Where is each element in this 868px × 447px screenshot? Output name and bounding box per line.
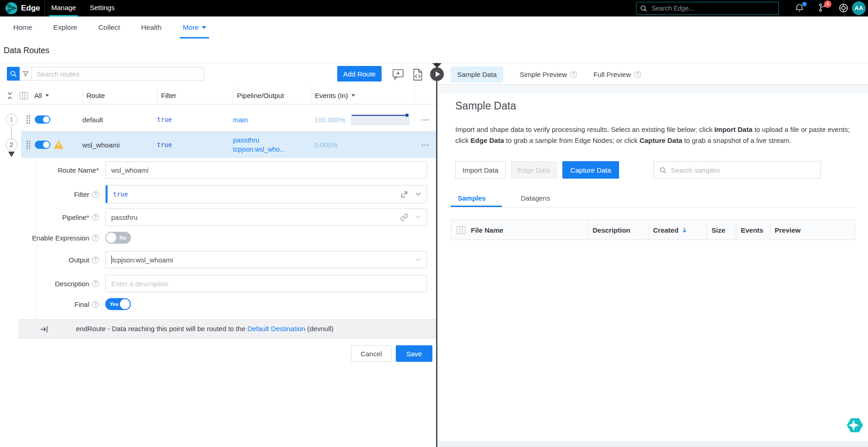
- col-header-route: Route: [82, 87, 157, 104]
- routes-search-input[interactable]: [32, 67, 204, 81]
- col-preview[interactable]: Preview: [770, 220, 855, 240]
- preview-bottom-scrollbar[interactable]: [438, 441, 868, 447]
- add-route-button[interactable]: Add Route: [337, 66, 382, 82]
- add-comment-icon[interactable]: [392, 68, 404, 80]
- link-icon[interactable]: [400, 213, 408, 221]
- subnav-explore[interactable]: Explore: [53, 16, 77, 38]
- play-icon: [436, 71, 440, 77]
- enable-expression-toggle[interactable]: No: [105, 232, 131, 244]
- subnav-more[interactable]: More: [183, 16, 206, 38]
- form-row-pipeline: Pipeline* passthru: [0, 208, 427, 226]
- help-icon[interactable]: [92, 234, 99, 241]
- tab-full-preview[interactable]: Full Preview: [593, 71, 641, 78]
- endroute-suffix: (devnull): [305, 325, 334, 333]
- help-icon[interactable]: [634, 71, 641, 78]
- brand-name: Edge: [21, 0, 40, 16]
- help-icon[interactable]: [92, 280, 99, 287]
- route-name: default: [82, 116, 157, 124]
- output-value: tcpjson:wsl_whoami: [112, 256, 173, 264]
- subnav: Home Explore Collect Health More: [13, 16, 206, 38]
- route-name-input[interactable]: [111, 166, 421, 174]
- global-search[interactable]: [636, 2, 779, 15]
- table-row-default[interactable]: default true main 100.000% ⋯: [21, 108, 437, 131]
- help-icon[interactable]: [92, 301, 99, 308]
- form-row-final: Final Yes: [0, 298, 131, 310]
- drag-handle-icon[interactable]: [27, 115, 30, 124]
- search-icon: [640, 5, 647, 12]
- samples-search[interactable]: [653, 161, 821, 179]
- route-group-filter-dropdown[interactable]: All: [34, 92, 49, 99]
- tab-datagens[interactable]: Datagens: [521, 194, 550, 202]
- route-pipeline-link[interactable]: main: [233, 116, 311, 124]
- route-output-link[interactable]: tcpjson:wsl_who...: [233, 145, 311, 154]
- panel-divider[interactable]: [436, 63, 437, 447]
- edge-data-button[interactable]: Edge Data: [511, 161, 557, 179]
- filter-funnel-icon[interactable]: [20, 67, 32, 81]
- ai-assistant-button[interactable]: [843, 414, 864, 436]
- samples-search-input[interactable]: [670, 166, 815, 174]
- output-label: Output: [69, 256, 89, 264]
- help-icon[interactable]: [92, 214, 99, 221]
- import-data-button[interactable]: Import Data: [455, 161, 506, 179]
- route-group-filter-label: All: [34, 92, 42, 99]
- columns-icon[interactable]: [20, 92, 28, 99]
- final-toggle[interactable]: Yes: [105, 298, 131, 310]
- row-menu-icon[interactable]: ⋯: [414, 140, 437, 150]
- help-icon[interactable]: [92, 256, 99, 263]
- final-label: Final: [74, 300, 89, 308]
- tab-simple-preview[interactable]: Simple Preview: [520, 71, 577, 78]
- collapse-panel-button[interactable]: [430, 67, 444, 81]
- col-size[interactable]: Size: [706, 220, 736, 240]
- avatar[interactable]: AA: [852, 1, 866, 15]
- route-enabled-toggle[interactable]: [35, 115, 50, 124]
- tab-settings[interactable]: Settings: [90, 0, 114, 16]
- row-menu-icon[interactable]: ⋯: [414, 115, 437, 125]
- topbar-divider: [44, 0, 45, 16]
- col-created[interactable]: Created: [648, 220, 706, 240]
- search-icon-button[interactable]: [7, 67, 20, 81]
- chevron-down-icon[interactable]: [415, 215, 421, 219]
- pipeline-select[interactable]: passthru: [105, 208, 427, 226]
- global-search-input[interactable]: [651, 4, 775, 12]
- drag-handle-icon[interactable]: [27, 141, 30, 149]
- tab-full-preview-label: Full Preview: [593, 71, 631, 78]
- branch-count-badge: 4: [824, 0, 831, 8]
- default-destination-link[interactable]: Default Destination: [247, 325, 305, 333]
- preview-tabs: Sample Data Simple Preview Full Preview: [451, 64, 641, 84]
- columns-icon[interactable]: [457, 226, 465, 234]
- help-icon[interactable]: [570, 71, 577, 78]
- route-pipeline-link[interactable]: passthru: [233, 136, 311, 145]
- table-row-wsl-whoami[interactable]: wsl_whoami true passthru tcpjson:wsl_who…: [21, 131, 437, 158]
- expand-editor-icon[interactable]: [400, 191, 408, 198]
- samples-tabs-divider: [451, 207, 855, 207]
- tab-samples[interactable]: Samples: [458, 194, 486, 202]
- collapse-rows-icon[interactable]: [6, 92, 13, 100]
- chevron-down-icon[interactable]: [415, 258, 421, 262]
- tab-sample-data[interactable]: Sample Data: [451, 66, 503, 82]
- rail-connector: [11, 126, 12, 139]
- tab-manage[interactable]: Manage: [51, 0, 76, 16]
- col-header-filter: Filter: [157, 87, 233, 104]
- col-description[interactable]: Description: [588, 220, 648, 240]
- help-lifebuoy-icon[interactable]: [838, 3, 849, 14]
- subnav-health[interactable]: Health: [141, 16, 162, 38]
- form-row-filter: Filter true: [0, 185, 427, 203]
- chevron-down-icon[interactable]: [415, 192, 421, 196]
- topbar-nav: Manage Settings: [51, 0, 114, 16]
- route-enabled-toggle[interactable]: [35, 141, 50, 149]
- subnav-home[interactable]: Home: [13, 16, 32, 38]
- col-header-events[interactable]: Events (In): [311, 87, 414, 104]
- col-file-name[interactable]: File Name: [471, 226, 503, 234]
- capture-data-button[interactable]: Capture Data: [562, 161, 619, 179]
- description-input[interactable]: [111, 280, 421, 288]
- code-file-icon[interactable]: [412, 68, 423, 81]
- save-button[interactable]: Save: [396, 345, 432, 362]
- filter-expression-field[interactable]: true: [105, 185, 427, 203]
- subnav-collect[interactable]: Collect: [98, 16, 120, 38]
- form-row-route-name: Route Name*: [0, 161, 427, 179]
- cancel-button[interactable]: Cancel: [351, 345, 392, 362]
- edge-logo-icon: [5, 2, 17, 14]
- output-select[interactable]: tcpjson:wsl_whoami: [105, 251, 427, 268]
- col-events[interactable]: Events: [736, 220, 770, 240]
- help-icon[interactable]: [92, 191, 99, 198]
